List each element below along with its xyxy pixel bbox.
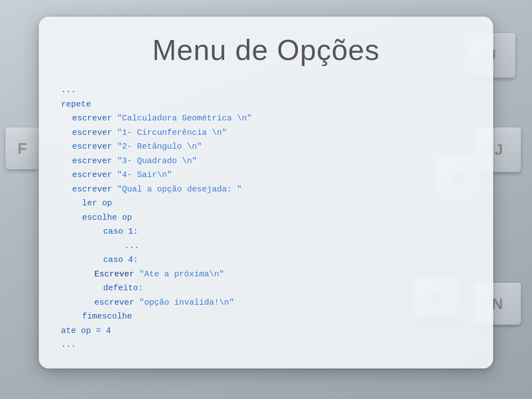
code-line-escolhe: escolhe op: [61, 211, 471, 225]
code-line-escrever-invalida: escrever "opção invalida!\n": [61, 296, 471, 310]
code-line-esc3: escrever "2- Retângulo \n": [61, 140, 471, 154]
code-line-esc5: escrever "4- Sair\n": [61, 168, 471, 183]
code-line-dots-3: ...: [61, 338, 471, 352]
code-line-dots-1: ...: [61, 83, 471, 98]
code-line-caso4: caso 4:: [61, 253, 471, 267]
code-line-dots-2: ...: [61, 239, 471, 254]
code-line-ler: ler op: [61, 196, 471, 211]
code-line-escrever-ate: Escrever "Ate a próxima\n": [61, 267, 471, 282]
code-line-esc4: escrever "3- Quadrado \n": [61, 154, 471, 169]
code-line-repete: repete: [61, 98, 471, 112]
code-line-ate: ate op = 4: [61, 324, 471, 339]
page-title: Menu de Opções: [61, 33, 471, 67]
code-line-defeito: defeito:: [61, 281, 471, 296]
code-line-fimescolhe: fimescolhe: [61, 310, 471, 324]
code-line-esc6: escrever "Qual a opção desejada: ": [61, 183, 471, 197]
code-block: ... repete escrever "Calculadora Geométr…: [61, 83, 471, 352]
key-f: F: [6, 128, 39, 169]
code-line-caso1: caso 1:: [61, 225, 471, 239]
code-line-esc2: escrever "1- Circunferência \n": [61, 126, 471, 140]
main-card: Menu de Opções ... repete escrever "Calc…: [39, 17, 493, 368]
code-line-esc1: escrever "Calculadora Geométrica \n": [61, 112, 471, 126]
